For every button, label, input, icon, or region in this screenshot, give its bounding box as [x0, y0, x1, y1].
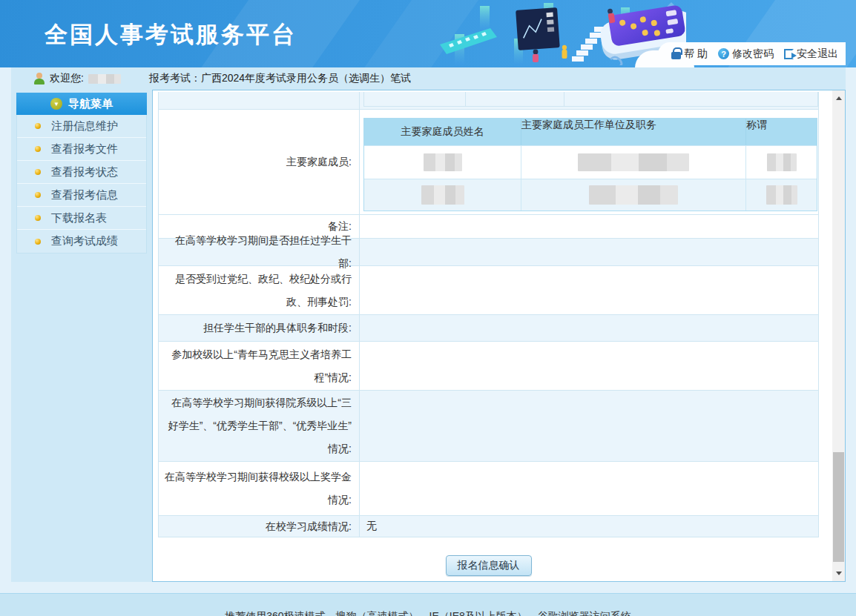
content-scrollbar[interactable] [832, 90, 845, 581]
family-table-header-cell: 称谓 [745, 119, 817, 145]
triangle-down-icon [836, 572, 842, 575]
field-label: 是否受到过党纪、政纪、校纪处分或行政、刑事处罚: [159, 266, 360, 314]
bullet-icon [35, 123, 41, 129]
field-label [159, 92, 360, 109]
form-row: 在高等学校学习期间获得院系级以上“三好学生”、“优秀学生干部”、“优秀毕业生”情… [159, 391, 818, 462]
button-row: 报名信息确认 [158, 555, 819, 576]
fragment-divider [465, 92, 466, 106]
sidebar: ▼ 导航菜单 注册信息维护查看报考文件查看报考状态查看报考信息下载报名表查询考试… [11, 90, 152, 582]
sidebar-item-label: 注册信息维护 [51, 119, 118, 133]
field-value: 主要家庭成员姓名主要家庭成员工作单位及职务称谓 [360, 110, 819, 214]
family-table-cell [521, 179, 745, 211]
bullet-icon [35, 192, 41, 198]
field-label: 在校学习成绩情况: [159, 516, 360, 537]
family-table-row [364, 145, 817, 179]
sidebar-item-label: 下载报名表 [51, 211, 107, 225]
form-row: 担任学生干部的具体职务和时段: [159, 315, 818, 342]
family-table-row [364, 179, 817, 211]
sidebar-item-label: 查询考试成绩 [51, 234, 118, 248]
redacted-value [766, 185, 797, 205]
page: 全国人事考试服务平台 [0, 0, 856, 616]
field-label: 在高等学校学习期间是否担任过学生干部: [159, 239, 360, 265]
field-value [360, 239, 818, 265]
sidebar-item-exam-results[interactable]: 查询考试成绩 [17, 230, 146, 253]
nav-menu-header[interactable]: ▼ 导航菜单 [16, 93, 147, 115]
form-row: 在校学习成绩情况:无 [159, 516, 818, 537]
family-table-header-cell: 主要家庭成员姓名 [364, 119, 521, 145]
form-row: 在高等学校学习期间获得校级以上奖学金情况: [159, 462, 818, 516]
field-value [360, 342, 818, 390]
family-members-table: 主要家庭成员姓名主要家庭成员工作单位及职务称谓 [363, 118, 817, 211]
triangle-up-icon [836, 96, 842, 100]
form-row: 参加校级以上“青年马克思主义者培养工程”情况: [159, 342, 818, 391]
change-password-label: 修改密码 [732, 47, 774, 61]
redacted-value [589, 185, 678, 205]
logout-icon [784, 49, 794, 59]
welcome-label: 欢迎您: [50, 72, 84, 85]
form-row: 在高等学校学习期间是否担任过学生干部: [159, 239, 818, 266]
sidebar-item-label: 查看报考信息 [51, 188, 118, 202]
welcome-bar: 欢迎您: 报考考试：广西2024年度考试录用公务员（选调生）笔试 [11, 67, 846, 90]
question-icon: ? [718, 48, 729, 59]
user-name-redacted [88, 74, 121, 84]
family-table-cell [364, 179, 521, 211]
form-row: 主要家庭成员:主要家庭成员姓名主要家庭成员工作单位及职务称谓 [159, 110, 818, 215]
form-row [159, 92, 818, 110]
lock-icon [671, 52, 681, 59]
field-value [360, 215, 818, 238]
family-table-cell [364, 146, 521, 179]
sidebar-item-application-status[interactable]: 查看报考状态 [17, 161, 146, 184]
nav-menu: ▼ 导航菜单 注册信息维护查看报考文件查看报考状态查看报考信息下载报名表查询考试… [16, 93, 147, 254]
sidebar-item-registration-info[interactable]: 注册信息维护 [17, 115, 146, 138]
form-row: 是否受到过党纪、政纪、校纪处分或行政、刑事处罚: [159, 266, 818, 315]
bullet-icon [35, 239, 41, 245]
footer-bar: 推荐使用360极速模式、搜狗（高速模式）、IE（IE8及以上版本）、谷歌浏览器访… [0, 593, 856, 616]
field-value [360, 391, 818, 461]
field-value-text: 无 [366, 520, 377, 533]
field-value [360, 462, 818, 515]
sidebar-item-application-info[interactable]: 查看报考信息 [17, 184, 146, 207]
field-value [360, 92, 818, 109]
family-table-header-cell: 主要家庭成员工作单位及职务 [521, 119, 745, 145]
header-action-bar: 帮 助?修改密码安全退出 [658, 42, 846, 65]
app-header: 全国人事考试服务平台 [0, 0, 856, 67]
sidebar-item-exam-documents[interactable]: 查看报考文件 [17, 138, 146, 161]
field-label: 主要家庭成员: [159, 110, 360, 214]
family-table-cell [745, 146, 817, 179]
redacted-value [767, 153, 797, 171]
bullet-icon [35, 146, 41, 152]
table-fragment [363, 92, 818, 107]
nav-menu-title: 导航菜单 [68, 97, 113, 111]
change-password-button[interactable]: ?修改密码 [718, 47, 774, 61]
field-label: 在高等学校学习期间获得院系级以上“三好学生”、“优秀学生干部”、“优秀毕业生”情… [159, 391, 360, 461]
family-table-cell [745, 179, 817, 211]
family-table-header: 主要家庭成员姓名主要家庭成员工作单位及职务称谓 [364, 119, 817, 145]
sidebar-item-label: 查看报考文件 [51, 142, 118, 156]
scroll-up-button[interactable] [832, 92, 845, 105]
field-label: 参加校级以上“青年马克思主义者培养工程”情况: [159, 342, 360, 390]
user-avatar-icon [33, 73, 45, 85]
logout-button[interactable]: 安全退出 [784, 47, 838, 61]
family-table-wrap: 主要家庭成员姓名主要家庭成员工作单位及职务称谓 [360, 110, 819, 215]
redacted-value [424, 153, 462, 171]
app-title: 全国人事考试服务平台 [45, 19, 297, 50]
exam-label: 报考考试：广西2024年度考试录用公务员（选调生）笔试 [149, 72, 411, 85]
application-info-table: 主要家庭成员:主要家庭成员姓名主要家庭成员工作单位及职务称谓备注:在高等学校学习… [158, 92, 819, 537]
content-panel: 主要家庭成员:主要家庭成员姓名主要家庭成员工作单位及职务称谓备注:在高等学校学习… [152, 90, 846, 582]
bullet-icon [35, 169, 41, 175]
redacted-value [421, 185, 464, 205]
field-label: 在高等学校学习期间获得校级以上奖学金情况: [159, 462, 360, 515]
help-button[interactable]: 帮 助 [671, 47, 708, 61]
scroll-down-button[interactable] [832, 567, 845, 580]
chevron-down-icon: ▼ [50, 98, 62, 110]
field-value [360, 266, 818, 314]
confirm-registration-button[interactable]: 报名信息确认 [446, 555, 532, 576]
scrollbar-thumb[interactable] [833, 452, 844, 562]
bullet-icon [35, 215, 41, 221]
help-label: 帮 助 [684, 47, 708, 61]
nav-menu-items: 注册信息维护查看报考文件查看报考状态查看报考信息下载报名表查询考试成绩 [16, 115, 147, 254]
footer-text: 推荐使用360极速模式、搜狗（高速模式）、IE（IE8及以上版本）、谷歌浏览器访… [0, 594, 856, 616]
sidebar-item-label: 查看报考状态 [51, 165, 118, 179]
sidebar-item-download-form[interactable]: 下载报名表 [17, 207, 146, 230]
field-value: 无 [360, 516, 818, 537]
